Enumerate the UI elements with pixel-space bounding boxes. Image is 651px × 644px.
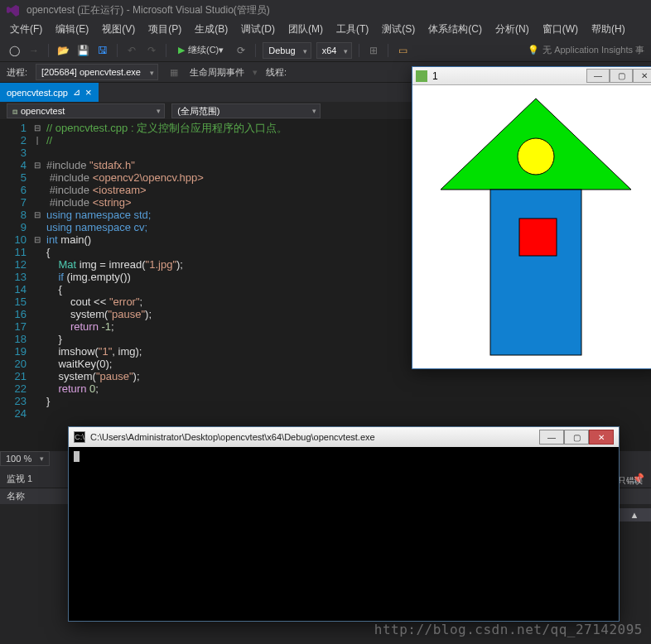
zoom-dropdown[interactable]: 100 % (0, 451, 50, 466)
lifecycle-label: 生命周期事件 (190, 66, 244, 79)
image-window-titlebar[interactable]: 1 — ▢ ✕ (412, 67, 651, 85)
cursor (74, 451, 80, 462)
project-scope-dropdown[interactable]: ⧈opencvtest (7, 103, 165, 118)
code-l12d: ); (176, 258, 183, 271)
config-dropdown[interactable]: Debug (263, 42, 311, 59)
code-l11: { (46, 246, 50, 258)
minimize-button[interactable]: — (586, 69, 610, 83)
code-l4b: "stdafx.h" (89, 159, 135, 171)
minimize-button[interactable]: — (539, 430, 564, 445)
code-l19b: "1" (99, 345, 112, 358)
close-tab-icon[interactable]: × (85, 86, 92, 99)
code-l17b: -1 (101, 320, 111, 333)
app-insights[interactable]: 💡 无 Application Insights 事 (528, 44, 644, 56)
code-l20: waitKey(0); (58, 358, 112, 370)
console-body[interactable] (69, 447, 619, 621)
code-l17c: ; (111, 320, 114, 333)
code-l7a: #include (50, 196, 93, 209)
console-title: C:\Users\Administrator\Desktop\opencvtes… (90, 432, 375, 442)
collapse-up-icon[interactable]: ▲ (618, 508, 651, 521)
code-l16c: ); (145, 308, 152, 320)
window-titlebar: opencvtest (正在运行) - Microsoft Visual Stu… (0, 0, 651, 21)
code-l14: { (58, 283, 61, 296)
svg-point-2 (518, 138, 554, 175)
process-dropdown[interactable]: [205684] opencvtest.exe (36, 64, 158, 80)
maximize-button[interactable]: ▢ (564, 430, 589, 445)
menu-help[interactable]: 帮助(H) (585, 21, 632, 39)
code-l9: using namespace cv; (46, 221, 147, 233)
watch-title: 监视 1 (7, 473, 32, 485)
pin-icon[interactable]: ⊿ (73, 87, 80, 98)
right-strip: 只错误 ▲ (618, 470, 651, 521)
menu-tools[interactable]: 工具(T) (330, 21, 375, 39)
watermark: http://blog.csdn.net/qq_27142095 (374, 622, 643, 637)
save-icon[interactable]: 💾 (75, 43, 90, 58)
menu-view[interactable]: 视图(V) (95, 21, 142, 39)
menu-debug[interactable]: 调试(D) (234, 21, 282, 39)
menu-test[interactable]: 测试(S) (375, 21, 422, 39)
code-body[interactable]: // opencvtest.cpp : 定义控制台应用程序的入口点。 // #i… (43, 120, 287, 451)
image-window-body (412, 85, 651, 368)
code-l6b: <iostream> (93, 184, 147, 196)
code-l5a: #include (50, 171, 93, 184)
menu-project[interactable]: 项目(P) (142, 21, 188, 39)
opencv-icon (416, 70, 427, 82)
code-l13b: (img.empty()) (67, 271, 131, 283)
close-button[interactable]: ✕ (633, 69, 651, 83)
code-l23: } (46, 395, 50, 407)
layer-icon[interactable]: ▭ (395, 43, 410, 58)
nav-back-icon[interactable]: ◯ (7, 43, 22, 58)
code-l15b: "error" (109, 296, 140, 308)
continue-label: 继续(C) (188, 44, 219, 56)
code-l18: } (58, 333, 61, 345)
redo-icon[interactable]: ↷ (144, 43, 159, 58)
code-l1: // opencvtest.cpp : 定义控制台应用程序的入口点。 (46, 122, 287, 134)
function-scope-dropdown[interactable]: (全局范围) (171, 103, 320, 118)
menu-edit[interactable]: 编辑(E) (49, 21, 95, 39)
tab-opencvtest-cpp[interactable]: opencvtest.cpp ⊿ × (0, 83, 99, 102)
continue-button[interactable]: ▶继续(C) ▾ (173, 43, 229, 57)
menu-analyze[interactable]: 分析(N) (489, 21, 536, 39)
refresh-icon[interactable]: ⟳ (234, 43, 248, 58)
code-l12c: "1.jpg" (146, 258, 176, 271)
code-l13a: if (58, 271, 66, 283)
code-l5b: <opencv2\opencv.hpp> (93, 171, 204, 184)
code-l16b: "pause" (108, 308, 145, 320)
console-titlebar[interactable]: C:\ C:\Users\Administrator\Desktop\openc… (69, 427, 619, 447)
windows-icon[interactable]: ⊞ (366, 43, 381, 58)
platform-dropdown[interactable]: x64 (316, 42, 353, 59)
separator (359, 44, 359, 57)
close-button[interactable]: ✕ (589, 430, 614, 445)
console-window[interactable]: C:\ C:\Users\Administrator\Desktop\openc… (68, 426, 620, 622)
code-l19a: imshow( (58, 345, 98, 358)
open-file-icon[interactable]: 📂 (55, 43, 70, 58)
image-window-title: 1 (432, 70, 438, 82)
image-canvas (417, 90, 651, 363)
lifecycle-icon[interactable]: ▦ (166, 65, 181, 79)
menu-build[interactable]: 生成(B) (188, 21, 234, 39)
separator (166, 44, 166, 57)
code-l4a: #include (46, 159, 89, 171)
separator (117, 44, 118, 57)
save-all-icon[interactable]: 🖫 (95, 43, 110, 58)
undo-icon[interactable]: ↶ (124, 43, 139, 58)
maximize-button[interactable]: ▢ (610, 69, 633, 83)
menu-file[interactable]: 文件(F) (3, 21, 49, 39)
code-l17a: return (70, 320, 102, 333)
menu-window[interactable]: 窗口(W) (536, 21, 585, 39)
separator (255, 44, 256, 57)
separator (48, 44, 49, 57)
vs-logo-icon (7, 4, 20, 17)
menu-team[interactable]: 团队(M) (282, 21, 330, 39)
code-l12b: img = imread( (80, 258, 146, 271)
code-l21c: ); (133, 370, 140, 382)
svg-rect-4 (519, 219, 557, 256)
code-l22c: ; (95, 382, 99, 395)
error-filter-label[interactable]: 只错误 (618, 475, 651, 487)
code-l12a: Mat (58, 258, 79, 271)
nav-fwd-icon[interactable]: → (27, 43, 41, 58)
menu-architecture[interactable]: 体系结构(C) (422, 21, 489, 39)
play-icon: ▶ (178, 45, 185, 55)
window-title: opencvtest (正在运行) - Microsoft Visual Stu… (27, 3, 270, 17)
opencv-image-window[interactable]: 1 — ▢ ✕ (412, 66, 651, 369)
